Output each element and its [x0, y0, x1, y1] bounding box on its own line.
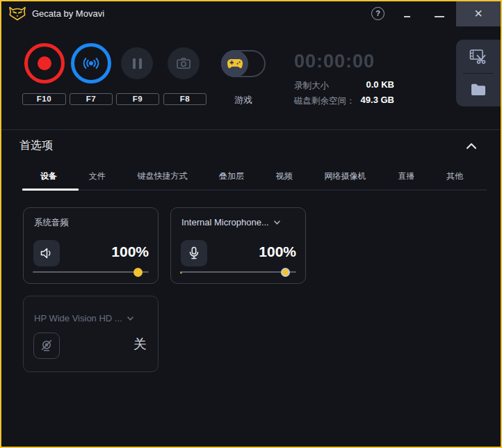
tab-device[interactable]: 设备 [40, 170, 57, 182]
speaker-icon [40, 247, 54, 259]
system-audio-slider[interactable] [33, 268, 149, 277]
game-mode-toggle[interactable] [221, 50, 266, 77]
recording-timer: 00:00:00 [294, 51, 375, 72]
compact-mode-icon[interactable] [404, 16, 410, 17]
pause-hotkey-badge: F9 [116, 93, 159, 105]
stream-button[interactable] [71, 43, 111, 83]
snapshot-hotkey-badge: F8 [163, 93, 207, 105]
record-icon [38, 56, 51, 70]
tab-other[interactable]: 其他 [446, 170, 463, 182]
active-tab-underline [22, 189, 79, 191]
tab-live-stream[interactable]: 直播 [398, 170, 414, 182]
system-audio-mute-button[interactable] [33, 240, 60, 266]
preferences-tab-bar: 设备 文件 键盘快捷方式 叠加层 视频 网络摄像机 直播 其他 [40, 170, 463, 182]
tab-overlay[interactable]: 叠加层 [219, 170, 244, 182]
chevron-up-icon [466, 143, 477, 150]
tab-keyboard-shortcuts[interactable]: 键盘快捷方式 [137, 170, 187, 182]
pause-icon [133, 58, 142, 69]
gamepad-icon [227, 58, 243, 69]
record-button[interactable] [24, 43, 65, 83]
owl-logo-icon [8, 6, 26, 22]
webcam-card: HP Wide Vision HD ... 关 [23, 296, 159, 372]
help-button[interactable]: ? [371, 7, 384, 20]
system-audio-label: 系统音频 [34, 217, 69, 229]
chevron-down-icon [274, 221, 280, 225]
chevron-down-icon [127, 317, 133, 321]
app-title: Gecata by Movavi [32, 1, 104, 26]
help-icon: ? [375, 9, 380, 17]
tab-bar-baseline [22, 189, 487, 191]
title-bar: Gecata by Movavi ? × [1, 1, 501, 26]
microphone-icon [188, 246, 200, 260]
collapse-preferences-button[interactable] [463, 140, 480, 152]
slider-thumb[interactable] [281, 268, 290, 277]
video-editor-icon [469, 48, 487, 65]
slider-track [180, 271, 296, 273]
disk-space-value: 49.3 GB [323, 95, 394, 105]
side-panel [456, 40, 501, 106]
close-button[interactable]: × [456, 1, 501, 26]
stream-hotkey-badge: F7 [70, 93, 113, 105]
microphone-slider[interactable] [180, 268, 296, 277]
snapshot-camera-icon [175, 56, 192, 71]
slider-track [33, 271, 149, 273]
webcam-device-select[interactable]: HP Wide Vision HD ... [34, 313, 133, 323]
microphone-volume: 100% [259, 243, 296, 260]
system-audio-volume: 100% [111, 243, 149, 260]
tab-video[interactable]: 视频 [276, 170, 293, 182]
microphone-mute-button[interactable] [181, 240, 207, 266]
slider-thumb[interactable] [133, 268, 143, 277]
stream-icon [81, 53, 102, 74]
recording-size-value: 0.0 KB [323, 79, 394, 90]
webcam-state-value: 关 [133, 335, 147, 353]
game-toggle-knob [221, 50, 248, 77]
record-hotkey-badge: F10 [22, 93, 66, 105]
section-divider [1, 129, 501, 130]
folder-icon [470, 83, 487, 97]
pause-button[interactable] [121, 47, 153, 79]
open-video-editor-button[interactable] [456, 40, 501, 73]
tab-webcam[interactable]: 网络摄像机 [325, 170, 366, 182]
game-toggle-label: 游戏 [218, 94, 268, 106]
preferences-title: 首选项 [19, 138, 53, 153]
system-audio-card: 系统音频 100% [23, 207, 159, 284]
app-window: Gecata by Movavi ? × F10 F7 F9 [0, 0, 502, 448]
webcam-device-name: HP Wide Vision HD ... [34, 313, 122, 323]
microphone-device-select[interactable]: Internal Microphone... [181, 217, 280, 227]
webcam-toggle-button[interactable] [33, 333, 60, 359]
open-folder-button[interactable] [456, 74, 501, 107]
webcam-off-icon [40, 339, 54, 353]
tab-file[interactable]: 文件 [89, 170, 106, 182]
snapshot-button[interactable] [168, 47, 200, 79]
microphone-device-name: Internal Microphone... [181, 217, 269, 227]
close-icon: × [474, 6, 483, 21]
microphone-card: Internal Microphone... 100% [170, 207, 306, 284]
minimize-icon[interactable] [435, 16, 444, 17]
